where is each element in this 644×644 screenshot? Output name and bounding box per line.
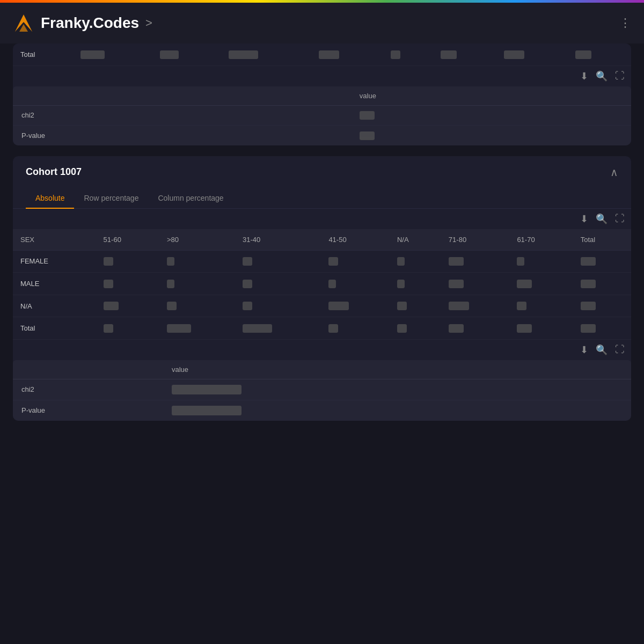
table-cell (390, 250, 441, 273)
stats-value-chi2 (351, 105, 631, 126)
table-cell (509, 273, 573, 295)
header-left: Franky.Codes > (13, 12, 152, 34)
table-cell (96, 273, 159, 295)
table-cell (573, 273, 631, 295)
stats-row-pvalue-cohort: P-value (13, 400, 631, 421)
stats-col-value-2: value (163, 360, 631, 379)
col-na: N/A (390, 229, 441, 251)
stats-header-row: value (13, 360, 631, 379)
table-cell (496, 43, 568, 65)
stats-value-chi2-cohort (163, 379, 631, 400)
cohort-data-table: SEX 51-60 >80 31-40 41-50 N/A 71-80 61-7… (13, 229, 631, 340)
top-table-container: Total (13, 43, 631, 66)
search-icon[interactable]: 🔍 (596, 70, 608, 82)
table-cell (383, 43, 433, 65)
cohort-title: Cohort 1007 (26, 166, 82, 178)
table-cell (321, 295, 390, 317)
cohort-fullscreen-icon-2[interactable]: ⛶ (615, 344, 625, 356)
table-cell (441, 317, 510, 340)
table-cell (441, 295, 510, 317)
table-cell (321, 250, 390, 273)
table-cell (311, 43, 383, 65)
col-total: Total (573, 229, 631, 251)
tab-absolute[interactable]: Absolute (26, 188, 74, 209)
cohort-header[interactable]: Cohort 1007 ∧ (13, 156, 631, 188)
col-71-80: 71-80 (441, 229, 510, 251)
total-row-label: Total (13, 43, 73, 65)
app-logo-icon (13, 12, 34, 34)
cohort-download-icon[interactable]: ⬇ (580, 213, 588, 225)
cohort-table-actions-bottom: ⬇ 🔍 ⛶ (13, 340, 631, 360)
row-label-na: N/A (13, 295, 96, 317)
table-cell (573, 317, 631, 340)
cohort-panel: Cohort 1007 ∧ Absolute Row percentage Co… (13, 156, 631, 421)
cohort-search-icon[interactable]: 🔍 (596, 213, 608, 225)
stats-label-pvalue: P-value (13, 126, 351, 145)
table-cell (159, 295, 235, 317)
app-header: Franky.Codes > ⋮ (0, 3, 644, 43)
table-cell (441, 273, 510, 295)
row-label-male: MALE (13, 273, 96, 295)
stats-row-pvalue: P-value (13, 126, 631, 145)
table-cell (509, 317, 573, 340)
table-cell (390, 317, 441, 340)
row-label-female: FEMALE (13, 250, 96, 273)
tab-column-percentage[interactable]: Column percentage (148, 188, 233, 209)
table-row: Total (13, 317, 631, 340)
tab-row-percentage[interactable]: Row percentage (74, 188, 148, 209)
table-cell (235, 295, 321, 317)
table-row: N/A (13, 295, 631, 317)
col-61-70: 61-70 (509, 229, 573, 251)
app-title: Franky.Codes (41, 14, 139, 32)
more-options-icon[interactable]: ⋮ (619, 16, 631, 30)
chevron-right-icon[interactable]: > (145, 16, 152, 30)
stats-label-chi2: chi2 (13, 105, 351, 126)
table-cell (509, 295, 573, 317)
col-41-50: 41-50 (321, 229, 390, 251)
table-cell (96, 250, 159, 273)
table-cell (235, 250, 321, 273)
table-cell (235, 317, 321, 340)
col-31-40: 31-40 (235, 229, 321, 251)
top-table-actions: ⬇ 🔍 ⛶ (13, 66, 631, 86)
top-partial-panel: Total ⬇ 🔍 ⛶ (13, 43, 631, 145)
table-cell (221, 43, 311, 65)
top-stats-table: value chi2 P-value (13, 86, 631, 145)
stats-label-pvalue-cohort: P-value (13, 400, 163, 421)
table-row: FEMALE (13, 250, 631, 273)
cohort-search-icon-2[interactable]: 🔍 (596, 344, 608, 356)
table-cell (159, 273, 235, 295)
cohort-download-icon-2[interactable]: ⬇ (580, 344, 588, 356)
fullscreen-icon[interactable]: ⛶ (615, 70, 625, 82)
table-cell (96, 317, 159, 340)
cohort-stats-table: value chi2 P-value (13, 360, 631, 421)
stats-col-empty-2 (13, 360, 163, 379)
table-row: MALE (13, 273, 631, 295)
stats-col-empty (13, 86, 351, 106)
stats-row-chi2-cohort: chi2 (13, 379, 631, 400)
cohort-table-actions-top: ⬇ 🔍 ⛶ (13, 209, 631, 229)
table-cell (390, 273, 441, 295)
table-cell (235, 273, 321, 295)
cohort-fullscreen-icon[interactable]: ⛶ (615, 213, 625, 225)
table-cell (321, 317, 390, 340)
col-gt80: >80 (159, 229, 235, 251)
table-cell (509, 250, 573, 273)
table-cell (152, 43, 221, 65)
table-cell (573, 250, 631, 273)
table-row: Total (13, 43, 631, 65)
collapse-icon[interactable]: ∧ (610, 166, 618, 179)
table-cell (568, 43, 631, 65)
tabs-container: Absolute Row percentage Column percentag… (13, 188, 631, 209)
stats-value-pvalue (351, 126, 631, 145)
download-icon[interactable]: ⬇ (580, 70, 588, 82)
stats-value-pvalue-cohort (163, 400, 631, 421)
col-sex: SEX (13, 229, 96, 251)
stats-label-chi2-cohort: chi2 (13, 379, 163, 400)
main-content: Total ⬇ 🔍 ⛶ (0, 43, 644, 444)
cohort-stats-panel: value chi2 P-value (13, 360, 631, 421)
stats-col-value: value (351, 86, 631, 106)
top-data-table: Total (13, 43, 631, 66)
col-51-60: 51-60 (96, 229, 159, 251)
table-cell (321, 273, 390, 295)
